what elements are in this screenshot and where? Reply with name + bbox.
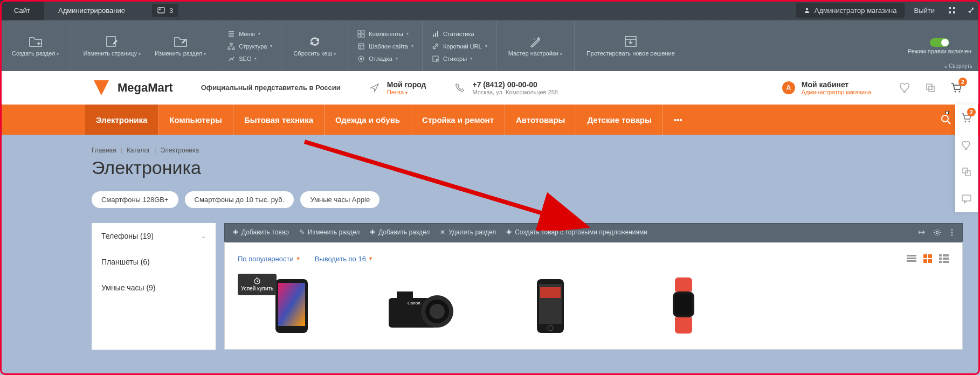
nav-computers[interactable]: Компьютеры	[158, 105, 233, 135]
view-list-icon[interactable]	[906, 253, 917, 264]
svg-rect-4	[953, 7, 955, 9]
menu-button[interactable]: Меню ▾	[225, 29, 274, 39]
svg-point-29	[951, 229, 953, 231]
sort-dropdown[interactable]: По популярности ▼	[238, 255, 301, 263]
svg-rect-34	[907, 260, 916, 262]
svg-rect-39	[939, 254, 942, 256]
address: Москва, ул. Комсомольцев 258	[472, 89, 557, 95]
exit-link[interactable]: Выйти	[907, 0, 943, 20]
edit-page-label: Изменить страницу ▾	[83, 50, 141, 57]
breadcrumb-catalog[interactable]: Каталог	[127, 147, 150, 154]
rail-wishlist-icon[interactable]	[955, 131, 978, 158]
nav-auto[interactable]: Автотовары	[505, 105, 576, 135]
ctx-edit-section[interactable]: ✎Изменить раздел	[294, 225, 364, 239]
components-button[interactable]: Компоненты ▾	[355, 29, 416, 39]
short-url-button[interactable]: Короткий URL ▾	[429, 41, 489, 52]
nav-electronics[interactable]: Электроника	[85, 105, 158, 135]
svg-text:Canon: Canon	[408, 301, 420, 305]
svg-rect-32	[907, 255, 916, 256]
product-card[interactable]	[626, 274, 734, 338]
chip-10k[interactable]: Смартфоны до 10 тыс. руб.	[185, 191, 294, 208]
clock-icon	[253, 277, 261, 284]
brand-logo[interactable]: MegaMart	[92, 78, 173, 98]
ctx-menu-icon[interactable]	[945, 225, 959, 239]
template-button[interactable]: Шаблон сайта ▾	[355, 41, 416, 52]
tab-site[interactable]: Сайт	[0, 0, 44, 20]
view-grid-icon[interactable]	[922, 253, 933, 264]
edit-mode-toggle[interactable]	[930, 38, 949, 47]
cart-icon[interactable]: 2	[950, 82, 963, 94]
debug-button[interactable]: Отладка ▾	[355, 53, 416, 64]
sidebar-item-phones[interactable]: Телефоны (19) ⌄	[92, 223, 216, 249]
nav-appliances[interactable]: Бытовая техника	[233, 105, 325, 135]
dashboard-icon[interactable]	[942, 0, 962, 20]
svg-rect-5	[949, 11, 951, 13]
wizard-label: Мастер настройки ▾	[508, 50, 562, 57]
nav-more[interactable]: •••	[663, 105, 693, 135]
svg-rect-23	[927, 84, 932, 89]
notification-badge[interactable]: 3	[152, 4, 178, 17]
ctx-add-section[interactable]: ✚Добавить раздел	[365, 225, 434, 239]
category-sidebar: Телефоны (19) ⌄ Планшеты (6) Умные часы …	[92, 223, 216, 350]
svg-point-28	[936, 231, 938, 233]
sidebar-item-watches[interactable]: Умные часы (9)	[92, 275, 216, 301]
edit-mode-toggle-area: Режим правки включен ▴ Свернуть	[899, 21, 980, 71]
collapse-link[interactable]: ▴ Свернуть	[944, 63, 972, 69]
tab-administration[interactable]: Администрирование	[44, 0, 139, 20]
seo-button[interactable]: SEO ▾	[225, 53, 274, 64]
ctx-move-icon[interactable]	[915, 225, 929, 239]
phone-block[interactable]: +7 (8412) 00-00-00 Москва, ул. Комсомоль…	[454, 80, 557, 95]
svg-point-52	[430, 304, 445, 319]
user-icon	[804, 7, 810, 13]
city-selector[interactable]: Мой город Пенза ▾	[369, 80, 426, 95]
logo-mark-icon	[92, 78, 111, 98]
chip-128gb[interactable]: Смартфоны 128GB+	[92, 191, 178, 208]
brand-name: MegaMart	[118, 81, 173, 95]
rail-chat-icon[interactable]	[955, 185, 978, 212]
create-section-label: Создать раздел ▾	[12, 50, 59, 57]
structure-button[interactable]: Структура ▾	[225, 41, 274, 52]
rail-compare-icon[interactable]	[955, 158, 978, 185]
sidebar-item-tablets[interactable]: Планшеты (6)	[92, 249, 216, 275]
ctx-gear-icon[interactable]	[930, 225, 944, 239]
edit-page-button[interactable]: Изменить страницу ▾	[78, 33, 146, 59]
stats-button[interactable]: Статистика	[429, 29, 489, 39]
pencil-icon: ✎	[299, 229, 305, 235]
pin-icon[interactable]	[962, 0, 980, 20]
compare-icon[interactable]	[925, 82, 936, 93]
ctx-create-offer[interactable]: ✚Создать товар с торговыми предложениями	[501, 225, 652, 239]
wishlist-icon[interactable]	[899, 82, 911, 94]
nav-clothes[interactable]: Одежда и обувь	[325, 105, 411, 135]
city-value: Пенза	[387, 89, 404, 95]
svg-rect-8	[230, 43, 232, 45]
rail-cart-icon[interactable]: 2	[955, 105, 978, 131]
product-card[interactable]	[496, 274, 604, 338]
per-page-dropdown[interactable]: Выводить по 16 ▼	[315, 255, 373, 263]
edit-section-button[interactable]: Изменить раздел ▾	[149, 33, 211, 59]
nav-repair[interactable]: Стройка и ремонт	[411, 105, 505, 135]
ctx-delete-section[interactable]: ✕Удалить раздел	[435, 225, 500, 239]
chip-apple-watch[interactable]: Умные часы Apple	[300, 191, 379, 208]
breadcrumb-home[interactable]: Главная	[92, 147, 116, 154]
account-block[interactable]: А Мой кабинет Администратор магазина	[782, 80, 871, 95]
wizard-button[interactable]: Мастер настройки ▾	[503, 33, 568, 59]
svg-rect-53	[397, 291, 413, 300]
reset-cache-button[interactable]: Сбросить кеш ▾	[288, 33, 341, 59]
svg-rect-43	[939, 261, 942, 263]
avatar: А	[782, 81, 795, 94]
test-button[interactable]: Протестировать новое решение	[581, 33, 680, 59]
nav-kids[interactable]: Детские товары	[576, 105, 662, 135]
admin-user-chip[interactable]: Администратор магазина	[796, 3, 905, 18]
brand-subtitle: Официальный представитель в России	[201, 84, 341, 92]
create-section-button[interactable]: Создать раздел ▾	[6, 33, 64, 59]
refresh-icon	[308, 35, 322, 48]
notification-count: 3	[169, 6, 173, 15]
svg-rect-40	[943, 254, 949, 256]
view-compact-icon[interactable]	[938, 253, 949, 264]
ctx-add-product[interactable]: ✚Добавить товар	[228, 225, 293, 239]
product-card[interactable]: Успей купить	[238, 274, 346, 338]
product-card[interactable]: Canon	[367, 274, 475, 338]
svg-point-62	[969, 121, 970, 123]
svg-rect-37	[923, 259, 927, 263]
stickers-button[interactable]: Стикеры ▾	[429, 53, 489, 64]
